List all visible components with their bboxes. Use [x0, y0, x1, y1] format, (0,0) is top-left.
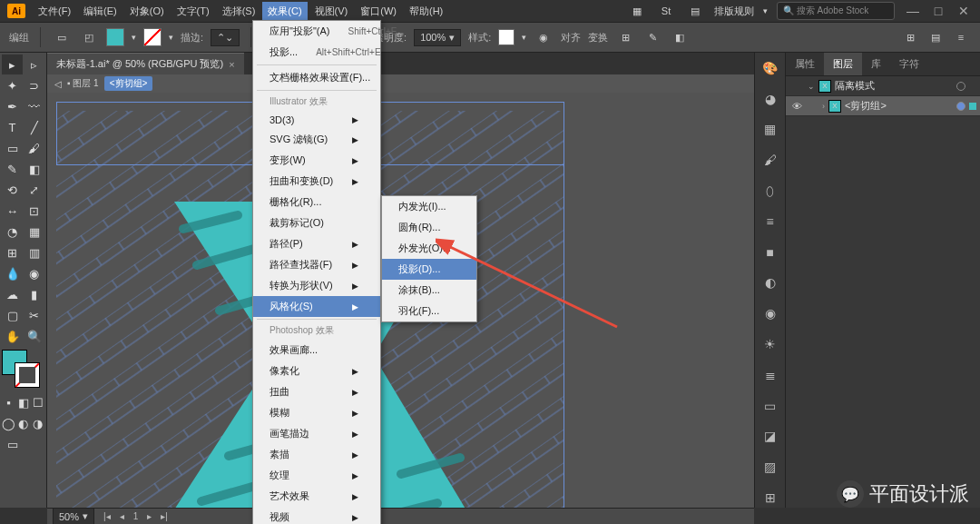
tab-libraries[interactable]: 库	[862, 53, 890, 75]
menu-sketch[interactable]: 素描▶	[253, 444, 380, 465]
opacity-input[interactable]: 100% ▾	[414, 29, 461, 46]
pathfinder-panel-icon[interactable]: ◪	[760, 427, 780, 447]
appearance-panel-icon[interactable]: ◉	[760, 303, 780, 323]
tab-layers[interactable]: 图层	[824, 53, 862, 75]
submenu-round-corners[interactable]: 圆角(R)...	[382, 217, 476, 238]
color-panel-icon[interactable]: 🎨	[760, 58, 780, 78]
gradient-panel-icon[interactable]: ■	[760, 242, 780, 262]
stroke-swatch[interactable]	[143, 28, 162, 46]
menu-view[interactable]: 视图(V)	[309, 2, 354, 21]
paintbrush-tool[interactable]: 🖌	[24, 138, 44, 158]
type-tool[interactable]: T	[2, 117, 23, 137]
menu-object[interactable]: 对象(O)	[124, 2, 170, 21]
artboard-number[interactable]: 1	[133, 511, 139, 521]
arrange-icon[interactable]: ▤	[685, 1, 705, 21]
layer-row-clipgroup[interactable]: 👁 › X <剪切组>	[786, 96, 980, 116]
align-artboard-icon[interactable]: ◰	[79, 27, 99, 47]
menu-effect-gallery[interactable]: 效果画廊...	[253, 340, 380, 361]
maximize-icon[interactable]: □	[929, 4, 947, 18]
close-icon[interactable]: ✕	[955, 4, 973, 18]
gradient-tool[interactable]: ▥	[24, 242, 44, 262]
width-tool[interactable]: ↔	[2, 201, 23, 221]
line-tool[interactable]: ╱	[24, 117, 44, 137]
submenu-drop-shadow[interactable]: 投影(D)...	[382, 259, 476, 280]
draw-inside-icon[interactable]: ◑	[31, 413, 44, 433]
menu-distort-transform[interactable]: 扭曲和变换(D)▶	[253, 171, 380, 192]
menu-window[interactable]: 窗口(W)	[355, 2, 402, 21]
breadcrumb-clipgroup[interactable]: <剪切组>	[104, 76, 153, 91]
menu-type[interactable]: 文字(T)	[172, 2, 215, 21]
menu-blur[interactable]: 模糊▶	[253, 402, 380, 423]
tab-character[interactable]: 字符	[890, 53, 928, 75]
menu-path[interactable]: 路径(P)▶	[253, 233, 380, 254]
swatches-panel-icon[interactable]: ▦	[760, 120, 780, 140]
align-objects-icon[interactable]: ▭	[52, 27, 72, 47]
stroke-panel-icon[interactable]: ≡	[760, 212, 780, 232]
menu-stylize[interactable]: 风格化(S)▶	[253, 296, 380, 317]
layer-name[interactable]: <剪切组>	[845, 99, 953, 113]
search-input[interactable]: 🔍 搜索 Adobe Stock	[777, 2, 895, 20]
scale-tool[interactable]: ⤢	[24, 180, 44, 200]
draw-normal-icon[interactable]: ◯	[2, 413, 15, 433]
tab-close-icon[interactable]: ×	[229, 59, 234, 70]
menu-help[interactable]: 帮助(H)	[404, 2, 448, 21]
menu-svg-filters[interactable]: SVG 滤镜(G)▶	[253, 129, 380, 150]
menu-distort-ps[interactable]: 扭曲▶	[253, 381, 380, 402]
screen-mode-icon[interactable]: ▭	[2, 434, 24, 454]
menu-apply-last[interactable]: 应用"投影"(A)Shift+Ctrl+E	[253, 21, 380, 42]
magic-wand-tool[interactable]: ✦	[2, 75, 23, 95]
menu-warp[interactable]: 变形(W)▶	[253, 150, 380, 171]
zoom-tool[interactable]: 🔍	[24, 326, 44, 346]
blend-tool[interactable]: ◉	[24, 263, 44, 283]
menu-artistic[interactable]: 艺术效果▶	[253, 486, 380, 507]
menu-file[interactable]: 文件(F)	[33, 2, 76, 21]
disclosure-icon[interactable]: ›	[822, 102, 825, 111]
color-guide-icon[interactable]: ◕	[760, 89, 780, 109]
menu-rasterize[interactable]: 栅格化(R)...	[253, 192, 380, 213]
bridge-icon[interactable]: ▦	[627, 1, 647, 21]
stock-icon[interactable]: St	[656, 1, 676, 21]
none-mode-icon[interactable]: ☐	[31, 392, 44, 412]
panel-icon2[interactable]: ▤	[926, 27, 946, 47]
menu-brush-strokes[interactable]: 画笔描边▶	[253, 423, 380, 444]
curvature-tool[interactable]: 〰	[24, 96, 44, 116]
menu-video[interactable]: 视频▶	[253, 507, 380, 524]
shaper-tool[interactable]: ✎	[2, 159, 23, 179]
rotate-tool[interactable]: ⟲	[2, 180, 23, 200]
symbol-tool[interactable]: ☁	[2, 284, 23, 304]
mask-icon[interactable]: ◧	[670, 27, 690, 47]
layout-rules-label[interactable]: 排版规则	[714, 5, 754, 18]
edit-icon[interactable]: ✎	[642, 27, 662, 47]
minimize-icon[interactable]: —	[904, 4, 922, 18]
mesh-tool[interactable]: ⊞	[2, 242, 23, 262]
menu-last-effect[interactable]: 投影...Alt+Shift+Ctrl+E	[253, 42, 380, 63]
target-icon[interactable]	[956, 82, 965, 91]
artboard-tool[interactable]: ▢	[2, 305, 23, 325]
perspective-tool[interactable]: ▦	[24, 222, 44, 242]
free-transform-tool[interactable]: ⊡	[24, 201, 44, 221]
submenu-scribble[interactable]: 涂抹(B)...	[382, 280, 476, 301]
disclosure-icon[interactable]: ⌄	[808, 82, 815, 91]
menu-crop-marks[interactable]: 裁剪标记(O)	[253, 213, 380, 233]
asset-export-icon[interactable]: ▨	[760, 457, 780, 477]
nav-last-icon[interactable]: ▸|	[161, 511, 168, 521]
nav-prev-icon[interactable]: ◂	[120, 511, 124, 521]
stroke-weight-input[interactable]: ⌃⌄	[211, 29, 240, 46]
artboards-panel-icon[interactable]: ⊞	[760, 488, 780, 508]
menu-pathfinder[interactable]: 路径查找器(F)▶	[253, 254, 380, 275]
submenu-inner-glow[interactable]: 内发光(I)...	[382, 196, 476, 217]
fill-swatch[interactable]	[106, 28, 124, 46]
document-tab[interactable]: 未标题-1.ai* @ 50% (RGB/GPU 预览) ×	[47, 53, 244, 74]
color-mode-icon[interactable]: ▪	[2, 392, 15, 412]
layer-name[interactable]: 隔离模式	[835, 79, 953, 93]
lasso-tool[interactable]: ⊃	[24, 75, 44, 95]
layer-row-isolation[interactable]: ⌄ X 隔离模式	[786, 76, 980, 96]
graphic-styles-icon[interactable]: ☀	[760, 334, 780, 354]
eyedropper-tool[interactable]: 💧	[2, 263, 23, 283]
brushes-panel-icon[interactable]: 🖌	[760, 150, 780, 170]
transform-panel-icon[interactable]: ▭	[760, 396, 780, 416]
shape-builder-tool[interactable]: ◔	[2, 222, 23, 242]
menu-effect[interactable]: 效果(C)	[262, 2, 307, 21]
graph-tool[interactable]: ▮	[24, 284, 44, 304]
isolate-icon[interactable]: ⊞	[615, 27, 635, 47]
